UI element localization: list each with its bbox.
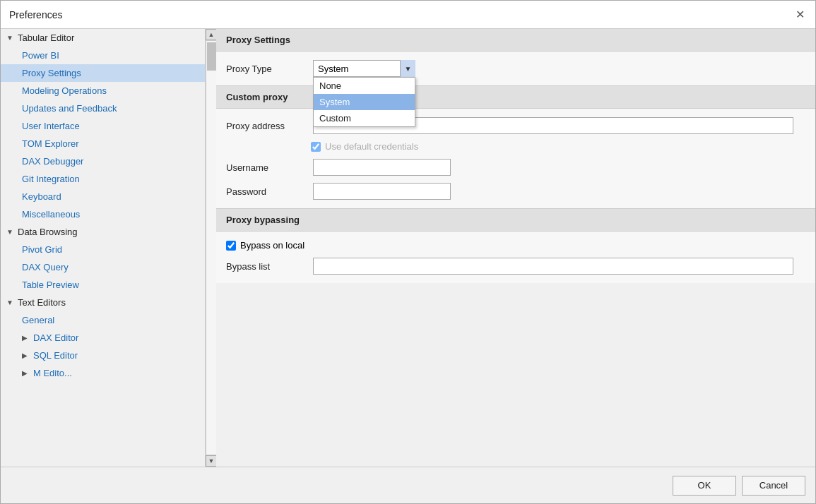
- chevron-down-icon: ▼: [6, 34, 15, 42]
- proxy-bypassing-header: Proxy bypassing: [216, 209, 815, 232]
- scrollbar-thumb[interactable]: [207, 42, 216, 71]
- bypass-on-local-label: Bypass on local: [240, 240, 304, 251]
- close-button[interactable]: ✕: [793, 8, 807, 22]
- sidebar-item-user-interface[interactable]: User Interface: [1, 117, 205, 135]
- use-default-credentials-label: Use default credentials: [325, 141, 418, 152]
- sidebar-item-proxy-settings[interactable]: Proxy Settings: [1, 64, 205, 82]
- title-bar: Preferences ✕: [1, 1, 815, 29]
- sidebar-item-m-editor[interactable]: ▶ M Edito...: [1, 364, 205, 382]
- preferences-dialog: Preferences ✕ ▼ Tabular Editor Power BI …: [0, 0, 816, 504]
- right-panel: Proxy Settings Proxy Type System ▼: [216, 29, 815, 467]
- password-label: Password: [226, 186, 307, 197]
- sidebar: ▼ Tabular Editor Power BI Proxy Settings…: [1, 29, 216, 467]
- bypass-list-row: Bypass list: [226, 258, 805, 275]
- username-label: Username: [226, 162, 307, 173]
- scrollbar-track[interactable]: [206, 40, 216, 455]
- chevron-down-icon: ▼: [6, 299, 15, 306]
- option-none[interactable]: None: [314, 78, 415, 94]
- bypass-list-label: Bypass list: [226, 261, 307, 272]
- dialog-footer: OK Cancel: [1, 467, 815, 503]
- proxy-settings-header: Proxy Settings: [216, 29, 815, 52]
- scroll-down-button[interactable]: ▼: [206, 455, 216, 467]
- sidebar-item-keyboard[interactable]: Keyboard: [1, 188, 205, 205]
- proxy-bypassing-form: Bypass on local Bypass list: [216, 232, 815, 283]
- main-content: ▼ Tabular Editor Power BI Proxy Settings…: [1, 29, 815, 467]
- use-default-credentials-checkbox[interactable]: [311, 142, 321, 152]
- proxy-type-menu: None System Custom: [313, 77, 415, 127]
- password-row: Password: [226, 183, 805, 200]
- sidebar-item-text-editors[interactable]: ▼ Text Editors: [1, 294, 205, 311]
- sidebar-item-tabular-editor[interactable]: ▼ Tabular Editor: [1, 29, 205, 47]
- sidebar-item-miscellaneous[interactable]: Miscellaneous: [1, 205, 205, 223]
- proxy-settings-section: Proxy Settings Proxy Type System ▼: [216, 29, 815, 86]
- proxy-type-label: Proxy Type: [226, 64, 307, 74]
- cancel-button[interactable]: Cancel: [742, 476, 805, 496]
- proxy-type-dropdown[interactable]: System ▼ None System Custom: [313, 60, 415, 77]
- custom-proxy-section: Custom proxy Proxy address Use default c…: [216, 86, 815, 209]
- sidebar-item-dax-editor[interactable]: ▶ DAX Editor: [1, 329, 205, 347]
- sidebar-item-general[interactable]: General: [1, 311, 205, 329]
- proxy-settings-form: Proxy Type System ▼ None System: [216, 52, 815, 86]
- use-default-credentials-row: Use default credentials: [226, 141, 805, 152]
- chevron-right-icon: ▶: [22, 369, 30, 377]
- sidebar-item-data-browsing[interactable]: ▼ Data Browsing: [1, 223, 205, 241]
- option-system[interactable]: System: [314, 94, 415, 110]
- bypass-on-local-checkbox[interactable]: [226, 241, 236, 251]
- ok-button[interactable]: OK: [673, 476, 736, 496]
- sidebar-item-sql-editor[interactable]: ▶ SQL Editor: [1, 347, 205, 364]
- username-input[interactable]: [313, 159, 451, 176]
- sidebar-scrollbar: ▲ ▼: [205, 29, 216, 467]
- chevron-right-icon: ▶: [22, 334, 30, 342]
- sidebar-item-modeling-operations[interactable]: Modeling Operations: [1, 82, 205, 100]
- sidebar-item-git-integration[interactable]: Git Integration: [1, 170, 205, 188]
- chevron-right-icon: ▶: [22, 352, 30, 359]
- username-row: Username: [226, 159, 805, 176]
- scroll-up-button[interactable]: ▲: [206, 29, 216, 40]
- bypass-list-input[interactable]: [313, 258, 793, 275]
- password-input[interactable]: [313, 183, 451, 200]
- custom-proxy-header: Custom proxy: [216, 86, 815, 109]
- sidebar-list: ▼ Tabular Editor Power BI Proxy Settings…: [1, 29, 205, 467]
- sidebar-item-tom-explorer[interactable]: TOM Explorer: [1, 135, 205, 152]
- dialog-title: Preferences: [9, 9, 62, 20]
- chevron-down-icon: ▼: [6, 228, 15, 236]
- option-custom[interactable]: Custom: [314, 110, 415, 126]
- proxy-type-container: System ▼ None System Custom: [313, 60, 415, 77]
- sidebar-item-updates-and-feedback[interactable]: Updates and Feedback: [1, 100, 205, 117]
- sidebar-item-dax-query[interactable]: DAX Query: [1, 258, 205, 276]
- sidebar-item-power-bi[interactable]: Power BI: [1, 47, 205, 64]
- proxy-bypassing-section: Proxy bypassing Bypass on local Bypass l…: [216, 209, 815, 283]
- proxy-address-label: Proxy address: [226, 121, 307, 131]
- sidebar-item-dax-debugger[interactable]: DAX Debugger: [1, 152, 205, 170]
- custom-proxy-form: Proxy address Use default credentials Us…: [216, 109, 815, 209]
- proxy-type-row: Proxy Type System ▼ None System: [226, 60, 805, 77]
- sidebar-item-table-preview[interactable]: Table Preview: [1, 276, 205, 294]
- proxy-type-value[interactable]: System: [313, 60, 415, 77]
- sidebar-item-pivot-grid[interactable]: Pivot Grid: [1, 241, 205, 258]
- bypass-on-local-row: Bypass on local: [226, 240, 805, 251]
